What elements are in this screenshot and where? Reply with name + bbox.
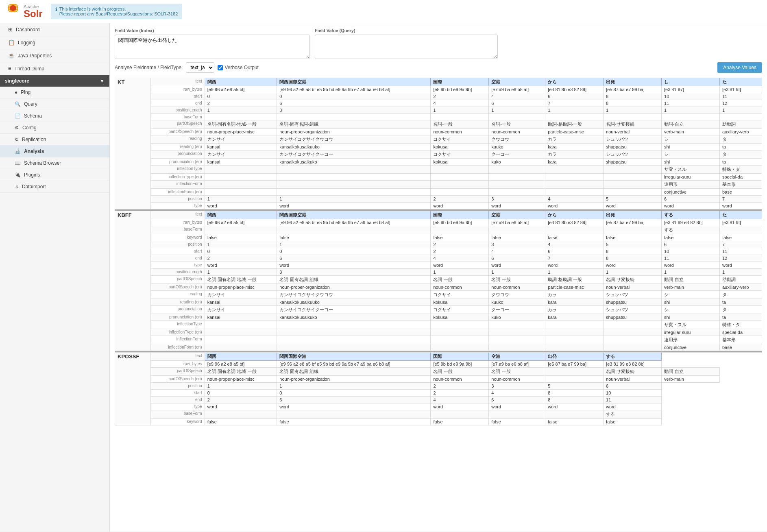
- table-cell: [e3 81 99 e3 82 8b]: [662, 219, 720, 226]
- table-cell: カンサイ: [205, 291, 277, 299]
- table-cell: false: [431, 419, 489, 425]
- sidebar-item-java-properties[interactable]: ☕ Java Properties: [0, 49, 109, 62]
- table-cell: クウコウ: [489, 291, 545, 299]
- table-cell: [604, 344, 662, 351]
- table-cell: [277, 329, 431, 336]
- row-label: inflectionForm (en): [151, 344, 205, 351]
- sidebar-item-dataimport[interactable]: ⇩ Dataimport: [0, 181, 109, 193]
- table-row: end2646811: [115, 397, 762, 403]
- field-value-index-input[interactable]: 関西国際空港から出発した: [115, 35, 310, 59]
- sidebar-item-logging[interactable]: 📋 Logging: [0, 36, 109, 49]
- table-cell: から: [545, 78, 604, 86]
- table-cell: 1: [489, 269, 545, 276]
- table-row: raw_bytes[e9 96 a2 e8 a5 bf][e9 96 a2 e8…: [115, 86, 762, 93]
- sidebar-item-config[interactable]: ⚙ Config: [0, 122, 109, 134]
- table-cell: 名詞-固有名詞-組織: [277, 120, 431, 129]
- core-section-toggle-icon[interactable]: ▼: [100, 78, 105, 84]
- table-cell: クーコー: [489, 150, 545, 159]
- table-cell: [e5 9b bd e9 9a 9b]: [431, 219, 489, 226]
- table-cell: 1: [277, 241, 431, 248]
- sidebar-label-schema-browser: Schema Browser: [24, 160, 61, 166]
- analyse-values-button[interactable]: Analyse Values: [717, 62, 762, 73]
- fieldtype-select[interactable]: text_ja: [186, 62, 214, 73]
- table-cell: [431, 336, 489, 344]
- row-label: inflectionType: [151, 321, 205, 329]
- sidebar-item-schema[interactable]: 📄 Schema: [0, 110, 109, 122]
- table-cell: 名詞-固有名詞-組織: [277, 368, 431, 376]
- row-label: pronunciation: [151, 150, 205, 159]
- table-cell: [e9 96 a2 e8 a5 bf e5 9b bd e9 9a 9b e7 …: [277, 361, 431, 368]
- table-cell: [489, 336, 545, 344]
- table-cell: shuppatsu: [604, 159, 662, 166]
- row-label: partOfSpeech (en): [151, 129, 205, 135]
- row-label: raw_bytes: [151, 361, 205, 368]
- table-cell: 名詞-サ変接続: [604, 276, 662, 284]
- row-label: text: [151, 211, 205, 219]
- sidebar-item-thread-dump[interactable]: ≡ Thread Dump: [0, 62, 109, 75]
- table-cell: シ: [662, 291, 720, 299]
- table-cell: [545, 336, 604, 344]
- table-cell: verb-main: [662, 284, 720, 291]
- thread-dump-icon: ≡: [8, 65, 11, 72]
- sidebar-item-ping[interactable]: ● Ping: [0, 87, 109, 98]
- sidebar-item-plugins[interactable]: 🔌 Plugins: [0, 169, 109, 181]
- table-cell: た: [719, 211, 762, 219]
- table-cell: [e3 81 9f]: [719, 86, 762, 93]
- table-cell: [277, 114, 431, 120]
- row-label: end: [151, 100, 205, 107]
- row-label: partOfSpeech: [151, 368, 205, 376]
- table-cell: [277, 174, 431, 181]
- table-cell: する: [604, 353, 662, 361]
- table-cell: 7: [545, 100, 604, 107]
- table-cell: noun-common: [489, 129, 545, 135]
- table-cell: 6: [489, 255, 545, 262]
- sidebar-label-java: Java Properties: [18, 53, 52, 59]
- sidebar-item-dashboard[interactable]: ⊞ Dashboard: [0, 23, 109, 36]
- table-cell: 1: [431, 269, 489, 276]
- table-cell: [431, 321, 489, 329]
- table-cell: 1: [205, 241, 277, 248]
- table-cell: [e5 87 ba e7 99 ba]: [604, 86, 662, 93]
- table-cell: special-da: [719, 329, 762, 336]
- table-cell: 8: [545, 397, 604, 403]
- table-cell: [277, 321, 431, 329]
- table-cell: [604, 181, 662, 189]
- table-cell: 12: [719, 255, 762, 262]
- table-cell: [431, 174, 489, 181]
- field-value-query-input[interactable]: [315, 35, 498, 59]
- table-cell: [604, 174, 662, 181]
- verbose-output-checkbox[interactable]: [218, 65, 223, 70]
- replication-icon: ↻: [15, 137, 19, 142]
- header: Apache Solr ℹ This interface is work in …: [0, 0, 767, 23]
- sidebar-item-query[interactable]: 🔍 Query: [0, 98, 109, 110]
- table-cell: 名詞-一般: [431, 276, 489, 284]
- table-row: position11234567: [115, 196, 762, 203]
- sidebar-item-replication[interactable]: ↻ Replication: [0, 134, 109, 146]
- table-cell: 関西: [205, 78, 277, 86]
- row-label: start: [151, 248, 205, 255]
- table-cell: noun-proper-organization: [277, 376, 431, 383]
- table-cell: 10: [662, 93, 720, 100]
- table-row: positionLength13111111: [115, 107, 762, 114]
- table-cell: 4: [431, 255, 489, 262]
- dataimport-icon: ⇩: [15, 184, 19, 190]
- table-cell: word: [545, 203, 604, 209]
- table-row: start0024810: [115, 390, 762, 397]
- sidebar-item-schema-browser[interactable]: 📖 Schema Browser: [0, 157, 109, 169]
- table-cell: word: [604, 262, 662, 269]
- table-row: inflectionForm (en)conjunctivebase: [115, 189, 762, 196]
- table-cell: 2: [431, 196, 489, 203]
- table-cell: シ: [662, 135, 720, 144]
- table-cell: シュッパツ: [604, 135, 662, 144]
- table-cell: kuuko: [489, 144, 545, 150]
- table-row: KBFFtext関西関西国際空港国際空港から出発するた: [115, 211, 762, 219]
- table-cell: kokusai: [431, 314, 489, 321]
- table-cell: 4: [431, 397, 489, 403]
- table-cell: から: [545, 211, 604, 219]
- sidebar-item-analysis[interactable]: 🔬 Analysis: [0, 146, 109, 157]
- table-cell: false: [489, 234, 545, 241]
- table-cell: 2: [205, 397, 277, 403]
- table-cell: irregular-suru: [662, 174, 720, 181]
- row-label: position: [151, 196, 205, 203]
- sidebar-label-dashboard: Dashboard: [16, 27, 40, 33]
